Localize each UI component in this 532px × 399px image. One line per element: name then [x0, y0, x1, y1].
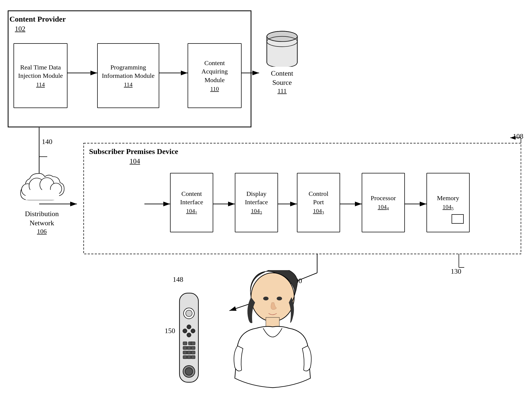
display-interface-label: DisplayInterface: [245, 190, 268, 206]
content-source-label: ContentSource: [271, 69, 293, 87]
content-provider-number: 102: [15, 25, 25, 33]
svg-rect-48: [187, 356, 191, 359]
svg-rect-44: [183, 351, 187, 354]
content-source-container: ContentSource 111: [256, 27, 308, 95]
memory-label: Memory: [437, 194, 459, 202]
content-interface-label: ContentInterface: [180, 190, 203, 206]
svg-point-55: [277, 297, 282, 300]
cam-module-box: Content AcquiringModule 110: [188, 43, 242, 108]
pim-number: 114: [124, 81, 133, 88]
svg-point-52: [251, 273, 294, 321]
diagram-container: Content Provider 102 Real Time DataInjec…: [0, 0, 532, 399]
distribution-network-label: DistributionNetwork: [25, 209, 59, 228]
spd-label: Subscriber Premises Device: [89, 147, 178, 156]
svg-rect-40: [191, 342, 195, 345]
svg-point-37: [187, 333, 191, 337]
pim-label: ProgrammingInformation Module: [102, 63, 154, 80]
svg-rect-30: [26, 190, 59, 200]
control-port-box: ControlPort 1043: [297, 173, 340, 232]
svg-point-35: [183, 329, 187, 333]
spd-number: 104: [130, 157, 140, 165]
content-interface-number: 1041: [186, 207, 197, 215]
svg-rect-42: [187, 346, 191, 350]
rtdi-label: Real Time DataInjection Module: [18, 63, 63, 80]
content-interface-box: ContentInterface 1041: [170, 173, 213, 232]
display-interface-box: DisplayInterface 1042: [235, 173, 278, 232]
svg-rect-49: [191, 356, 195, 359]
svg-rect-38: [183, 342, 187, 345]
svg-rect-45: [187, 351, 191, 354]
memory-number: 1045: [443, 203, 454, 211]
person-icon: [216, 270, 318, 394]
svg-point-36: [191, 329, 195, 333]
content-provider-label: Content Provider: [9, 15, 66, 24]
ref-150: 150: [165, 327, 175, 335]
processor-box: Processor 1044: [362, 173, 405, 232]
svg-rect-43: [191, 346, 195, 350]
distribution-network-container: DistributionNetwork 106: [8, 167, 76, 235]
ref-140: 140: [42, 138, 52, 146]
svg-point-33: [186, 310, 192, 317]
cam-number: 110: [210, 85, 219, 92]
svg-rect-41: [183, 346, 187, 350]
processor-number: 1044: [378, 203, 389, 211]
svg-rect-47: [183, 356, 187, 359]
rtdi-number: 114: [36, 81, 45, 88]
cylinder-icon: [260, 27, 304, 67]
cam-label: Content AcquiringModule: [191, 59, 238, 84]
ref-108: 108: [513, 132, 523, 140]
processor-label: Processor: [371, 194, 396, 202]
pim-module-box: ProgrammingInformation Module 114: [97, 43, 159, 108]
remote-control-icon: [175, 292, 202, 384]
distribution-network-number: 106: [37, 228, 47, 235]
ref-130: 130: [451, 267, 461, 276]
svg-point-54: [263, 297, 269, 300]
cloud-icon: [8, 167, 76, 208]
memory-box: Memory 1045: [426, 173, 470, 232]
svg-rect-46: [191, 351, 195, 354]
display-interface-number: 1042: [251, 207, 262, 215]
ref-148: 148: [173, 276, 183, 284]
control-port-label: ControlPort: [309, 190, 328, 206]
svg-point-51: [185, 368, 193, 375]
control-port-number: 1043: [313, 207, 324, 215]
svg-point-34: [187, 325, 191, 329]
content-source-number: 111: [277, 87, 287, 95]
rtdi-module-box: Real Time DataInjection Module 114: [13, 43, 67, 108]
